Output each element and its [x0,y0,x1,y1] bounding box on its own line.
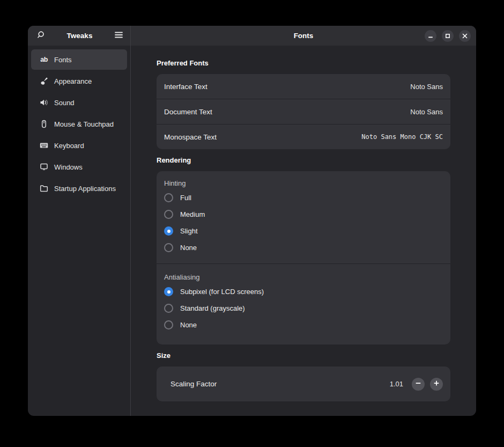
antialiasing-group: Antialiasing Subpixel (for LCD screens) … [157,264,450,345]
page-title: Fonts [294,32,314,40]
radio-label: Standard (grayscale) [180,304,245,312]
preferred-fonts-title: Preferred Fonts [157,59,450,67]
row-label: Interface Text [164,83,207,91]
radio-hinting-none[interactable]: None [157,239,450,256]
radio-icon[interactable] [164,243,173,252]
radio-label: Full [180,194,191,202]
row-value: Noto Sans Mono CJK SC [361,133,443,141]
app-title: Tweaks [47,32,112,40]
size-card: Scaling Factor 1.01 [157,367,450,401]
hinting-label: Hinting [157,177,450,189]
sidebar-item-appearance[interactable]: Appearance [31,71,127,91]
preferred-fonts-card: Interface Text Noto Sans Document Text N… [157,74,450,149]
radio-icon[interactable] [164,287,173,296]
monitor-icon [40,163,48,171]
sidebar-item-label: Startup Applications [54,185,116,193]
radio-hinting-medium[interactable]: Medium [157,206,450,223]
speaker-icon [40,98,48,107]
sidebar-item-label: Keyboard [54,142,84,150]
radio-label: None [180,244,197,252]
antialiasing-label: Antialiasing [157,270,450,283]
radio-icon[interactable] [164,320,173,329]
radio-hinting-slight[interactable]: Slight [157,223,450,239]
sidebar-item-label: Appearance [54,77,92,85]
paintbrush-icon [40,77,48,85]
document-text-row[interactable]: Document Text Noto Sans [157,99,450,124]
radio-label: Slight [180,227,198,235]
sidebar-item-label: Mouse & Touchpad [54,120,114,128]
search-button[interactable] [34,30,47,42]
interface-text-row[interactable]: Interface Text Noto Sans [157,74,450,99]
scaling-factor-row: Scaling Factor 1.01 [157,367,450,401]
row-value: Noto Sans [410,108,443,116]
size-title: Size [157,351,450,360]
radio-antialiasing-subpixel[interactable]: Subpixel (for LCD screens) [157,283,450,300]
radio-icon[interactable] [164,193,173,202]
sidebar-item-startup-applications[interactable]: Startup Applications [31,178,127,199]
sidebar-item-label: Fonts [54,56,72,64]
row-label: Document Text [164,108,212,116]
sidebar-item-windows[interactable]: Windows [31,157,127,177]
menu-button[interactable] [112,30,125,42]
scaling-factor-spinner: 1.01 [390,378,443,391]
radio-antialiasing-standard[interactable]: Standard (grayscale) [157,300,450,317]
tweaks-window: Tweaks Fonts [28,26,476,416]
keyboard-icon [40,141,48,150]
hamburger-icon [115,32,123,40]
hinting-group: Hinting Full Medium Slight [157,171,450,263]
monospace-text-row[interactable]: Monospace Text Noto Sans Mono CJK SC [157,124,450,149]
maximize-button[interactable] [442,30,454,42]
sidebar-header: Tweaks [28,26,131,46]
rendering-title: Rendering [157,156,450,164]
folder-icon [40,184,48,193]
titlebar[interactable]: Tweaks Fonts [28,26,476,46]
radio-icon[interactable] [164,226,173,236]
sidebar-item-label: Sound [54,99,75,107]
sidebar-item-sound[interactable]: Sound [31,92,127,113]
sidebar-item-fonts[interactable]: ab Fonts [31,49,127,70]
radio-icon[interactable] [164,210,173,219]
sidebar-item-mouse-touchpad[interactable]: Mouse & Touchpad [31,114,127,134]
sidebar-item-keyboard[interactable]: Keyboard [31,135,127,156]
search-icon [36,31,45,41]
window-controls [425,26,471,46]
sidebar: ab Fonts Appearance [28,46,131,416]
scaling-factor-label: Scaling Factor [171,380,217,388]
radio-label: Medium [180,210,205,218]
radio-antialiasing-none[interactable]: None [157,317,450,333]
close-icon [462,33,468,39]
minimize-icon [428,33,433,39]
radio-hinting-full[interactable]: Full [157,189,450,206]
ab-fonts-icon: ab [40,55,48,64]
minus-icon [415,380,421,388]
plus-icon [433,380,440,388]
radio-label: None [180,321,197,329]
rendering-card: Hinting Full Medium Slight [157,171,450,345]
maximize-icon [445,33,450,39]
scaling-factor-value: 1.01 [390,380,403,388]
mouse-icon [40,120,48,128]
main-header: Fonts [131,26,476,46]
decrease-button[interactable] [412,378,425,391]
row-label: Monospace Text [164,133,217,141]
close-button[interactable] [459,30,471,42]
sidebar-item-label: Windows [54,163,83,171]
increase-button[interactable] [430,378,443,391]
radio-label: Subpixel (for LCD screens) [180,288,264,296]
fonts-page: Preferred Fonts Interface Text Noto Sans… [131,46,476,416]
row-value: Noto Sans [410,83,443,91]
minimize-button[interactable] [425,30,436,42]
radio-icon[interactable] [164,304,173,313]
